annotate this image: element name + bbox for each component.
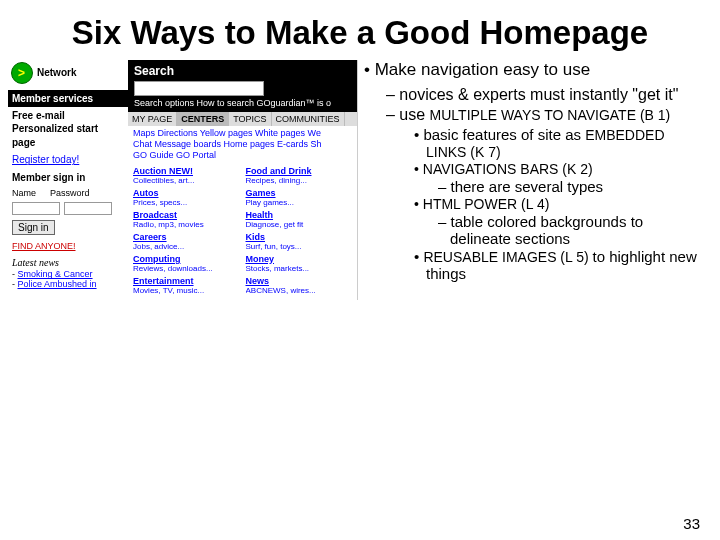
register-link[interactable]: Register today! [12, 154, 79, 165]
news-header: Latest news [12, 257, 124, 268]
password-label: Password [50, 188, 90, 198]
page-number: 33 [683, 515, 700, 532]
bullet-l4: there are several types [438, 178, 706, 195]
category-link[interactable]: News [246, 276, 353, 286]
category-sub: Play games... [246, 198, 353, 207]
name-label: Name [12, 188, 36, 198]
category-sub: Diagnose, get fit [246, 220, 353, 229]
tab-bar: MY PAGE CENTERS TOPICS COMMUNITIES [128, 112, 357, 126]
category-sub: Stocks, markets... [246, 264, 353, 273]
category-link[interactable]: Auction NEW! [133, 166, 240, 176]
bullet-l1: Make navigation easy to use [364, 60, 706, 80]
category-link[interactable]: Money [246, 254, 353, 264]
category-link[interactable]: Food and Drink [246, 166, 353, 176]
category-sub: Collectibles, art... [133, 176, 240, 185]
bullet-l3: basic features of site as EMBEDDED LINKS… [414, 126, 706, 160]
news-item[interactable]: Smoking & Cancer [18, 269, 93, 279]
category-sub: Surf, fun, toys... [246, 242, 353, 251]
search-input[interactable] [134, 81, 264, 96]
signin-button[interactable]: Sign in [12, 220, 55, 235]
category-link[interactable]: Games [246, 188, 353, 198]
bullet-l2: novices & experts must instantly "get it… [386, 86, 706, 104]
quicklinks[interactable]: Maps Directions Yellow pages White pages… [128, 126, 357, 164]
go-logo: Network [8, 60, 128, 90]
search-options[interactable]: Search options How to search GOguardian™… [134, 98, 351, 108]
category-sub: Reviews, downloads... [133, 264, 240, 273]
slide-title: Six Ways to Make a Good Homepage [0, 0, 720, 60]
tab-communities[interactable]: COMMUNITIES [272, 112, 345, 126]
category-link[interactable]: Careers [133, 232, 240, 242]
category-link[interactable]: Health [246, 210, 353, 220]
category-sub: Movies, TV, music... [133, 286, 240, 295]
bullet-l4: table colored backgrounds to delineate s… [438, 213, 706, 247]
category-link[interactable]: Autos [133, 188, 240, 198]
bullet-content: Make navigation easy to use novices & ex… [358, 60, 706, 300]
category-link[interactable]: Entertainment [133, 276, 240, 286]
search-label: Search [134, 64, 351, 78]
bullet-l3: HTML POWER (L 4) [414, 196, 706, 212]
member-link[interactable]: Free e-mail [12, 109, 124, 123]
tab-mypage[interactable]: MY PAGE [128, 112, 177, 126]
bullet-l3: NAVIGATIONS BARS (K 2) [414, 161, 706, 177]
category-link[interactable]: Broadcast [133, 210, 240, 220]
category-sub: Radio, mp3, movies [133, 220, 240, 229]
category-sub: ABCNEWS, wires... [246, 286, 353, 295]
member-link[interactable]: Personalized start page [12, 122, 124, 149]
category-sub: Prices, specs... [133, 198, 240, 207]
bullet-l2: use MULTIPLE WAYS TO NAVIGATE (B 1) [386, 106, 706, 124]
promo-link[interactable]: FIND ANYONE! [12, 241, 76, 251]
tab-centers[interactable]: CENTERS [177, 112, 229, 126]
go-icon [11, 62, 33, 84]
example-screenshot: Network Member services Free e-mail Pers… [8, 60, 358, 300]
name-input[interactable] [12, 202, 60, 215]
member-services-header: Member services [8, 90, 128, 107]
news-item[interactable]: Police Ambushed in [18, 279, 97, 289]
password-input[interactable] [64, 202, 112, 215]
category-link[interactable]: Computing [133, 254, 240, 264]
network-label: Network [37, 67, 76, 78]
tab-topics[interactable]: TOPICS [229, 112, 271, 126]
category-sub: Recipes, dining... [246, 176, 353, 185]
category-sub: Jobs, advice... [133, 242, 240, 251]
bullet-l3: REUSABLE IMAGES (L 5) to highlight new t… [414, 248, 706, 282]
category-link[interactable]: Kids [246, 232, 353, 242]
signin-header: Member sign in [8, 169, 128, 187]
